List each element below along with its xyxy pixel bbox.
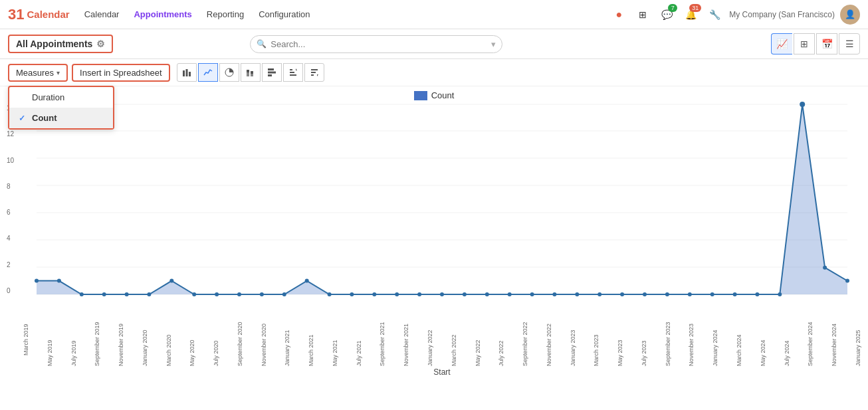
x-label-6: March 2020 <box>165 313 172 366</box>
graph-view-button[interactable]: 📈 <box>771 33 792 54</box>
nav-calendar[interactable]: Calendar <box>78 7 126 22</box>
x-label-35: January 2025 <box>855 313 861 366</box>
x-label-12: March 2021 <box>308 313 314 366</box>
data-point-26 <box>620 292 624 296</box>
chart-line <box>37 104 847 294</box>
page-title-box: All Appointments ⚙ <box>8 35 113 53</box>
data-point-14 <box>350 292 354 296</box>
chart-type-buttons <box>177 63 324 82</box>
data-point-16 <box>395 292 399 296</box>
list-view-button[interactable]: ⊞ <box>794 33 815 54</box>
nav-reporting[interactable]: Reporting <box>200 7 251 22</box>
pie-chart-button[interactable] <box>219 63 239 82</box>
settings-gear-icon[interactable]: ⚙ <box>96 39 105 49</box>
data-point-33 <box>778 292 782 296</box>
legend-label: Count <box>431 90 455 100</box>
nav-right: ● ⊞ 💬 7 🔔 31 🔧 My Company (San Francisco… <box>609 5 860 25</box>
chart-legend: Count <box>7 90 861 100</box>
x-label-14: July 2021 <box>356 313 362 366</box>
x-label-10: November 2020 <box>261 313 267 366</box>
y-axis: 0 2 4 6 8 10 12 14 <box>7 104 23 310</box>
data-point-27 <box>643 292 647 296</box>
stacked-chart-button[interactable] <box>241 63 261 82</box>
x-label-24: March 2023 <box>593 313 599 366</box>
data-point-1 <box>57 279 61 283</box>
search-dropdown-icon[interactable]: ▾ <box>491 39 496 49</box>
x-label-3: September 2019 <box>94 313 100 366</box>
x-label-16: November 2021 <box>403 313 409 366</box>
chart-wrapper: 0 2 4 6 8 10 12 14 // Will be <box>7 104 861 377</box>
chart-plot-area: // Will be generated via JS below <box>23 104 861 377</box>
data-point-19 <box>463 292 467 296</box>
wrench-icon[interactable]: 🔧 <box>705 5 724 24</box>
chart-svg: // Will be generated via JS below <box>23 104 861 310</box>
brand-number: 31 <box>8 6 24 23</box>
brand-name: Calendar <box>27 9 69 20</box>
data-point-7 <box>192 292 196 296</box>
horizontal-bar-button[interactable] <box>262 63 282 82</box>
legend-color-box <box>414 91 427 100</box>
insert-spreadsheet-button[interactable]: Insert in Spreadsheet <box>72 64 170 82</box>
duration-label: Duration <box>32 92 64 102</box>
y-label-4: 4 <box>7 235 19 242</box>
y-label-12: 12 <box>7 130 19 138</box>
x-label-22: November 2022 <box>546 313 552 366</box>
menu-view-button[interactable]: ☰ <box>839 33 860 54</box>
grid-icon[interactable]: ⊞ <box>633 5 652 24</box>
nav-appointments[interactable]: Appointments <box>127 7 198 22</box>
line-chart-button[interactable] <box>198 63 218 82</box>
view-switcher: 📈 ⊞ 📅 ☰ <box>771 33 860 54</box>
chart-area: Count 0 2 4 6 8 10 12 14 <box>0 86 868 377</box>
status-icon[interactable]: ● <box>609 5 628 24</box>
svg-rect-4 <box>247 72 249 76</box>
notification-badge: 31 <box>689 4 701 12</box>
data-point-20 <box>485 292 489 296</box>
data-point-18 <box>440 292 444 296</box>
data-point-10 <box>260 292 264 296</box>
data-point-36 <box>845 279 849 283</box>
measures-caret-icon: ▾ <box>56 69 60 76</box>
measures-button[interactable]: Measures ▾ <box>8 64 68 82</box>
data-point-4 <box>125 292 129 296</box>
sort-desc-button[interactable] <box>304 63 324 82</box>
x-axis-labels: March 2019 May 2019 July 2019 September … <box>23 313 861 366</box>
x-label-30: March 2024 <box>736 313 742 366</box>
calendar-view-button[interactable]: 📅 <box>816 33 837 54</box>
data-point-11 <box>282 292 286 296</box>
company-name: My Company (San Francisco) <box>729 10 835 19</box>
x-label-26: July 2023 <box>641 313 647 366</box>
x-label-18: March 2022 <box>451 313 457 366</box>
bar-chart-button[interactable] <box>177 63 197 82</box>
svg-rect-1 <box>185 69 187 76</box>
x-label-31: May 2024 <box>760 313 766 366</box>
svg-rect-14 <box>311 69 318 70</box>
measures-label: Measures <box>16 68 54 78</box>
chat-icon[interactable]: 💬 7 <box>657 5 676 24</box>
svg-rect-13 <box>290 69 292 70</box>
sort-asc-button[interactable] <box>283 63 303 82</box>
user-avatar[interactable]: 👤 <box>840 5 860 25</box>
search-input[interactable] <box>250 35 502 53</box>
x-label-2: July 2019 <box>70 313 77 366</box>
data-point-22 <box>530 292 534 296</box>
dropdown-item-duration[interactable]: Duration <box>9 87 113 108</box>
svg-rect-0 <box>183 70 185 76</box>
x-label-13: May 2021 <box>332 313 338 366</box>
x-axis-title: Start <box>23 367 861 377</box>
notification-icon[interactable]: 🔔 31 <box>681 5 700 24</box>
x-label-33: September 2024 <box>807 313 814 366</box>
data-point-31 <box>733 292 737 296</box>
dropdown-item-count[interactable]: ✓ Count <box>9 108 113 128</box>
data-point-6 <box>169 279 173 283</box>
chat-badge: 7 <box>668 4 677 12</box>
x-label-25: May 2023 <box>617 313 623 366</box>
x-label-11: January 2021 <box>284 313 290 366</box>
svg-rect-10 <box>268 74 272 76</box>
y-label-8: 8 <box>7 183 19 190</box>
data-point-17 <box>417 292 421 296</box>
app-brand: 31 Calendar <box>8 6 70 23</box>
x-label-9: September 2020 <box>237 313 243 366</box>
nav-configuration[interactable]: Configuration <box>252 7 316 22</box>
data-point-3 <box>102 292 106 296</box>
x-label-29: January 2024 <box>712 313 718 366</box>
